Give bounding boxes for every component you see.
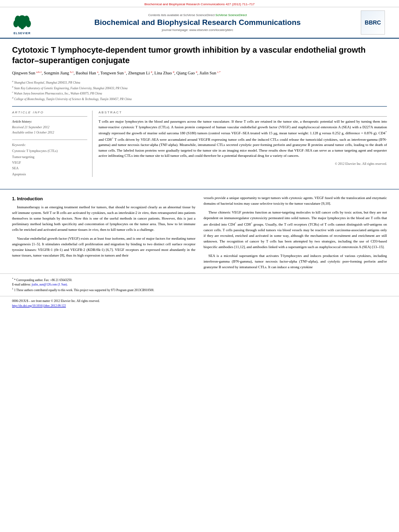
author-lina: Lina Zhao d,: [154, 71, 177, 75]
email-footnote: E-mail address: jialin_sun@126.com (J. S…: [12, 282, 387, 287]
keyword-1: Cytotoxic T lymphocytes (CTLs): [12, 148, 87, 154]
journal-main-title: Biochemical and Biophysical Research Com…: [40, 18, 355, 27]
right-para3: SEA is a microbial superantigen that act…: [204, 253, 387, 270]
keywords-label: Keywords:: [12, 143, 87, 147]
keyword-5: Apoptosis: [12, 171, 87, 177]
bbrc-logo-box: BBRC: [359, 10, 387, 35]
right-para1: vessels provide a unique opportunity to …: [204, 195, 387, 207]
page: Biochemical and Biophysical Research Com…: [0, 0, 399, 311]
section-divider: [0, 189, 399, 189]
bbrc-logo: BBRC: [361, 10, 385, 35]
keyword-3: VEGF: [12, 160, 87, 165]
body-left-col: 1. Introduction Immunotherapy is an emer…: [12, 195, 195, 273]
article-title: Cytotoxic T lymphocyte-dependent tumor g…: [12, 45, 387, 66]
issn-line: 0006-291X/$ – see front matter © 2012 El…: [12, 299, 387, 304]
journal-homepage: journal homepage: www.elsevier.com/locat…: [40, 28, 355, 32]
author-qingwen: Qingwen Sun a,b,1,: [12, 71, 44, 75]
author-songmin: Songmin Jiang b,1,: [44, 71, 76, 75]
svg-point-5: [26, 20, 31, 27]
affil-b: b State Key Laboratory of Genetic Engine…: [12, 85, 387, 91]
journal-citation-bar: Biochemical and Biophysical Research Com…: [0, 0, 399, 7]
email-address: jialin_sun@126.com (J. Sun).: [32, 283, 68, 286]
journal-header: ELSEVIER Contents lists available at Sci…: [0, 7, 399, 39]
elsevier-wordmark: ELSEVIER: [14, 32, 31, 35]
doi-line: http://dx.doi.org/10.1016/j.bbrc.2012.09…: [12, 304, 387, 308]
article-content: Cytotoxic T lymphocyte-dependent tumor g…: [0, 39, 399, 183]
received-date: Received 21 September 2012: [12, 125, 87, 130]
affiliations: a Shanghai Chest Hospital, Shanghai 2004…: [12, 80, 387, 101]
author-baohui: Baohui Han a,: [76, 71, 100, 75]
journal-title-block: Contents lists available at SciVerse Sci…: [40, 13, 355, 32]
right-para2: These chimeric VEGF proteins function as…: [204, 210, 387, 250]
keyword-2: Tumor-targeting: [12, 154, 87, 160]
elsevier-tree-icon: [11, 11, 33, 31]
affil-d: d College of Biotechnology, Tianjin Univ…: [12, 96, 387, 102]
email-label: E-mail address:: [12, 283, 31, 286]
abstract-heading: ABSTRACT: [99, 111, 387, 114]
section1-heading: 1. Introduction: [12, 195, 195, 202]
equal-contrib-footnote: 1 1 These authors contributed equally to…: [12, 287, 387, 293]
keyword-4: SEA: [12, 165, 87, 171]
corresponding-footnote: * * Corresponding author. Fax: +86 21 65…: [12, 277, 387, 283]
keywords-list: Cytotoxic T lymphocytes (CTLs) Tumor-tar…: [12, 148, 87, 177]
section-number: 1.: [12, 196, 17, 201]
copyright-line: © 2012 Elsevier Inc. All rights reserved…: [99, 162, 387, 166]
abstract-col: ABSTRACT T cells are major lymphocytes i…: [99, 111, 387, 177]
history-label: Article history:: [12, 119, 87, 125]
intro-para2: Vascular endothelial growth factor (VEGF…: [12, 236, 195, 259]
author-qiang: Qiang Gao d,: [177, 71, 200, 75]
article-history: Article history: Received 21 September 2…: [12, 119, 87, 136]
doi-link[interactable]: http://dx.doi.org/10.1016/j.bbrc.2012.09…: [12, 304, 66, 308]
affil-c: c Wuhan Junyu Innovation Pharmaceutics, …: [12, 90, 387, 96]
body-text: 1. Introduction Immunotherapy is an emer…: [0, 195, 399, 273]
intro-para1: Immunotherapy is an emerging treatment m…: [12, 205, 195, 233]
body-right-col: vessels provide a unique opportunity to …: [204, 195, 387, 273]
author-jialin: Jialin Sun c,*: [200, 71, 221, 75]
article-info-heading: ARTICLE INFO: [12, 111, 87, 114]
article-info-col: ARTICLE INFO Article history: Received 2…: [12, 111, 93, 177]
elsevier-logo: ELSEVIER: [8, 11, 36, 35]
footnotes: * * Corresponding author. Fax: +86 21 65…: [0, 273, 399, 296]
bottom-bar: 0006-291X/$ – see front matter © 2012 El…: [0, 296, 399, 311]
author-tongwen: Tongwen Sun c,: [101, 71, 128, 75]
article-info-abstract: ARTICLE INFO Article history: Received 2…: [12, 106, 387, 177]
affil-a: a Shanghai Chest Hospital, Shanghai 2004…: [12, 80, 387, 85]
sciverse-line: Contents lists available at SciVerse Sci…: [40, 13, 355, 17]
authors-line: Qingwen Sun a,b,1, Songmin Jiang b,1, Ba…: [12, 70, 387, 76]
available-date: Available online 1 October 2012: [12, 130, 87, 136]
abstract-text: T cells are major lymphocytes in the blo…: [99, 119, 387, 159]
author-zhengnan: Zhengnan Li d,: [128, 71, 154, 75]
journal-citation-text: Biochemical and Biophysical Research Com…: [144, 2, 255, 6]
svg-point-4: [13, 20, 19, 27]
